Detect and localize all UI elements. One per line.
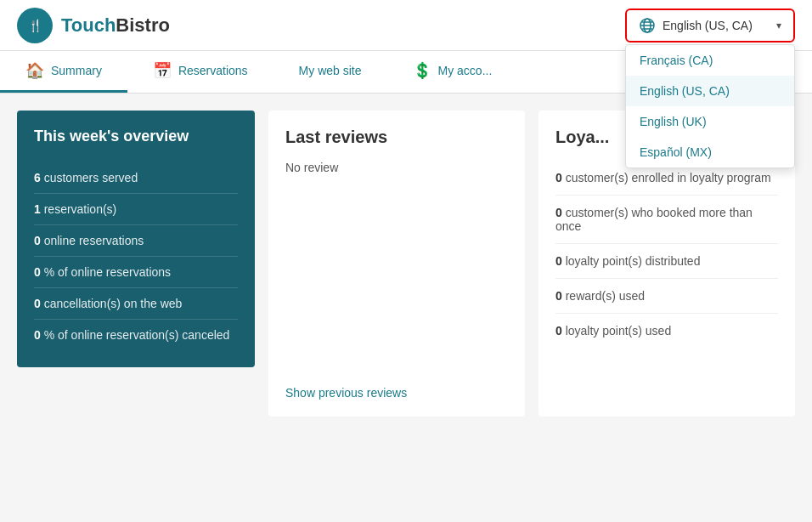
cancellations-label: cancellation(s) on the web bbox=[44, 297, 183, 310]
calendar-icon: 📅 bbox=[153, 61, 172, 80]
overview-title: This week's overview bbox=[34, 128, 238, 145]
tab-account-label: My acco... bbox=[438, 64, 493, 77]
reviews-panel: Last reviews No review Show previous rev… bbox=[268, 111, 525, 417]
loyalty-row-points-used: 0 loyalty point(s) used bbox=[555, 314, 778, 348]
online-reservations-count: 0 bbox=[34, 234, 41, 247]
overview-row-customers: 6 customers served bbox=[34, 162, 238, 194]
pct-online-count: 0 bbox=[34, 265, 41, 279]
dollar-icon: 💲 bbox=[413, 61, 431, 80]
no-review-text: No review bbox=[285, 161, 508, 372]
current-language: English (US, CA) bbox=[663, 19, 753, 32]
svg-text:🍴: 🍴 bbox=[28, 19, 43, 33]
tab-reservations[interactable]: 📅 Reservations bbox=[127, 51, 273, 93]
home-icon: 🏠 bbox=[25, 61, 44, 80]
app-header: 🍴 TouchBistro English (US, CA) ▾ Françai… bbox=[0, 0, 812, 51]
cancellations-count: 0 bbox=[34, 297, 41, 310]
overview-row-pct-canceled: 0 % of online reservation(s) canceled bbox=[34, 320, 238, 350]
tab-website-label: My web site bbox=[299, 64, 362, 77]
customers-served-label: customers served bbox=[44, 171, 138, 184]
online-reservations-label: online reservations bbox=[44, 234, 144, 247]
loyalty-row-rewards-used: 0 reward(s) used bbox=[555, 279, 778, 314]
loyalty-enrolled-label: customer(s) enrolled in loyalty program bbox=[566, 171, 771, 184]
language-selector-container: English (US, CA) ▾ Français (CA) English… bbox=[625, 9, 795, 43]
overview-row-pct-online: 0 % of online reservations bbox=[34, 257, 238, 288]
loyalty-rewards-used-count: 0 bbox=[555, 289, 562, 303]
lang-option-en-us-ca[interactable]: English (US, CA) bbox=[626, 76, 794, 106]
reservations-count: 1 bbox=[34, 202, 41, 216]
language-selector-button[interactable]: English (US, CA) ▾ bbox=[625, 9, 795, 43]
show-previous-reviews-link[interactable]: Show previous reviews bbox=[285, 372, 508, 400]
loyalty-booked-more-count: 0 bbox=[555, 206, 562, 219]
tab-summary[interactable]: 🏠 Summary bbox=[0, 51, 127, 93]
lang-option-en-uk[interactable]: English (UK) bbox=[626, 106, 794, 137]
language-dropdown: Français (CA) English (US, CA) English (… bbox=[625, 44, 795, 168]
pct-canceled-label: % of online reservation(s) canceled bbox=[44, 328, 230, 342]
overview-row-reservations: 1 reservation(s) bbox=[34, 194, 238, 225]
lang-option-fr-ca[interactable]: Français (CA) bbox=[626, 45, 794, 76]
logo-touch: Touch bbox=[61, 14, 116, 36]
reservations-label: reservation(s) bbox=[44, 202, 117, 216]
loyalty-booked-more-label: customer(s) who booked more than once bbox=[555, 206, 753, 233]
tab-reservations-label: Reservations bbox=[178, 64, 248, 77]
overview-panel: This week's overview 6 customers served … bbox=[17, 111, 255, 367]
chevron-down-icon: ▾ bbox=[776, 20, 781, 31]
loyalty-enrolled-count: 0 bbox=[555, 171, 562, 184]
loyalty-row-booked-more: 0 customer(s) who booked more than once bbox=[555, 196, 778, 244]
loyalty-rewards-used-label: reward(s) used bbox=[566, 289, 645, 303]
logo: 🍴 TouchBistro bbox=[17, 8, 170, 43]
pct-canceled-count: 0 bbox=[34, 328, 41, 342]
loyalty-points-distributed-label: loyalty point(s) distributed bbox=[566, 254, 701, 268]
logo-bistro: Bistro bbox=[116, 14, 170, 36]
lang-option-es-mx[interactable]: Español (MX) bbox=[626, 137, 794, 167]
overview-row-online-reservations: 0 online reservations bbox=[34, 225, 238, 257]
tab-summary-label: Summary bbox=[51, 64, 102, 77]
reviews-title: Last reviews bbox=[285, 128, 508, 147]
pct-online-label: % of online reservations bbox=[44, 265, 171, 279]
lang-selector-left: English (US, CA) bbox=[639, 17, 753, 34]
logo-text: TouchBistro bbox=[61, 14, 170, 37]
globe-icon bbox=[639, 17, 656, 34]
overview-row-cancellations: 0 cancellation(s) on the web bbox=[34, 288, 238, 320]
tab-my-web-site[interactable]: My web site bbox=[273, 51, 387, 93]
loyalty-row-points-distributed: 0 loyalty point(s) distributed bbox=[555, 244, 778, 279]
loyalty-points-used-count: 0 bbox=[555, 324, 562, 338]
tab-my-account[interactable]: 💲 My acco... bbox=[387, 51, 518, 93]
loyalty-points-distributed-count: 0 bbox=[555, 254, 562, 268]
loyalty-points-used-label: loyalty point(s) used bbox=[566, 324, 672, 338]
logo-icon: 🍴 bbox=[17, 8, 53, 43]
customers-served-count: 6 bbox=[34, 171, 41, 184]
